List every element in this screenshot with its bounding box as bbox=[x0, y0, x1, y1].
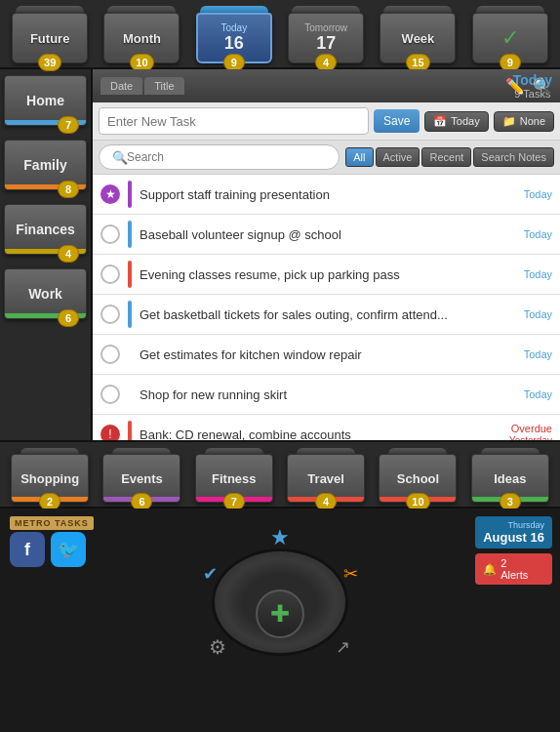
folder-check[interactable]: ✓ 9 bbox=[466, 6, 554, 63]
task-circle bbox=[100, 305, 120, 324]
task-text: Bank: CD renewal, combine accounts bbox=[140, 427, 501, 441]
sidebar-home-label: Home bbox=[26, 93, 64, 108]
new-task-bar: Save 📅 Today 📁 None bbox=[93, 102, 560, 141]
sidebar-folder-work[interactable]: Work 6 bbox=[4, 268, 87, 319]
add-task-button[interactable]: ✚ bbox=[256, 590, 304, 638]
sidebar-folder-finances[interactable]: Finances 4 bbox=[4, 204, 87, 255]
alerts-label: Alerts bbox=[500, 569, 528, 581]
bottom-folder-ideas-label: Ideas bbox=[494, 471, 526, 486]
info-section: Thursday August 16 🔔 2 Alerts bbox=[475, 516, 552, 585]
edit-icon[interactable]: ✏️ bbox=[505, 77, 525, 96]
alerts-badge[interactable]: 🔔 2 Alerts bbox=[475, 553, 552, 585]
folder-future[interactable]: Future 39 bbox=[6, 6, 94, 63]
save-button[interactable]: Save bbox=[374, 109, 420, 133]
new-task-input[interactable] bbox=[99, 107, 369, 135]
bottom-folder-ideas[interactable]: Ideas 3 bbox=[467, 448, 553, 503]
bottom-folder-shopping[interactable]: Shopping 2 bbox=[7, 448, 93, 503]
search-glass-icon: 🔍 bbox=[112, 150, 128, 165]
date-day: Thursday bbox=[483, 520, 544, 530]
task-panel-header: Date Title Today 9 Tasks ✏️ 🔍 bbox=[93, 69, 560, 102]
bottom-folder-travel[interactable]: Travel 4 bbox=[283, 448, 369, 503]
task-row[interactable]: ! Bank: CD renewal, combine accounts Ove… bbox=[93, 415, 560, 440]
folder-today[interactable]: Today 16 9 bbox=[190, 6, 278, 63]
task-text: Support staff training presentation bbox=[140, 187, 516, 202]
facebook-icon: f bbox=[24, 540, 30, 560]
bottom-toolbar: METRO TASKS f 🐦 ★ ✂ ✔ ⚙ ↗ ✚ bbox=[0, 508, 560, 663]
task-panel: Date Title Today 9 Tasks ✏️ 🔍 Save 📅 Tod… bbox=[93, 69, 560, 440]
sidebar-work-count: 6 bbox=[58, 309, 79, 327]
bottom-folder-events-label: Events bbox=[121, 471, 163, 486]
complete-button[interactable]: ✔ bbox=[192, 556, 227, 591]
task-row[interactable]: Get basketball tickets for sales outing,… bbox=[93, 295, 560, 335]
scissors-button[interactable]: ✂ bbox=[333, 556, 368, 591]
share-icon: ↗ bbox=[336, 636, 350, 658]
check-icon: ✓ bbox=[501, 25, 519, 51]
top-folder-row: Future 39 Month 10 Today 16 9 Tomorrow 1… bbox=[0, 0, 560, 69]
star-icon: ★ bbox=[270, 525, 290, 550]
task-error-circle: ! bbox=[100, 425, 120, 440]
task-circle bbox=[100, 224, 120, 244]
folder-tomorrow[interactable]: Tomorrow 17 4 bbox=[282, 6, 370, 63]
bottom-folder-school-label: School bbox=[397, 471, 439, 486]
today-button[interactable]: 📅 Today bbox=[424, 111, 488, 132]
filter-recent[interactable]: Recent bbox=[421, 147, 471, 167]
sidebar-folder-home[interactable]: Home 7 bbox=[4, 75, 87, 126]
task-row[interactable]: ★ Support staff training presentation To… bbox=[93, 175, 560, 215]
task-color-bar bbox=[128, 261, 132, 288]
folder-week[interactable]: Week 15 bbox=[374, 6, 461, 63]
task-row[interactable]: Baseball volunteer signup @ school Today bbox=[93, 215, 560, 255]
filter-active[interactable]: Active bbox=[376, 147, 420, 167]
bottom-folder-school[interactable]: School 10 bbox=[375, 448, 460, 503]
task-date: Today bbox=[524, 348, 552, 360]
folder-today-date: 16 bbox=[224, 33, 244, 54]
facebook-button[interactable]: f bbox=[10, 532, 45, 567]
bottom-folder-row: Shopping 2 Events 6 Fitness 7 Travel 4 S… bbox=[0, 440, 560, 508]
task-date: Today bbox=[524, 268, 552, 280]
sidebar-finances-label: Finances bbox=[16, 222, 75, 237]
tab-title[interactable]: Title bbox=[144, 77, 183, 95]
sidebar-family-count: 8 bbox=[58, 181, 79, 198]
folder-month-label: Month bbox=[123, 31, 161, 46]
task-color-bar bbox=[128, 181, 132, 208]
task-color-bar bbox=[128, 221, 132, 248]
none-button[interactable]: 📁 None bbox=[494, 111, 554, 132]
share-button[interactable]: ↗ bbox=[325, 630, 360, 663]
task-list: ★ Support staff training presentation To… bbox=[93, 175, 560, 440]
task-text: Evening classes resume, pick up parking … bbox=[140, 267, 516, 282]
left-sidebar: Home 7 Family 8 Finances 4 Work 6 bbox=[0, 69, 93, 440]
checkmark-circle-icon: ✔ bbox=[203, 563, 218, 585]
task-priority-circle: ★ bbox=[100, 184, 120, 204]
sidebar-finances-count: 4 bbox=[58, 245, 79, 263]
tab-date[interactable]: Date bbox=[100, 77, 142, 95]
filter-search-notes[interactable]: Search Notes bbox=[473, 147, 554, 167]
bell-icon: 🔔 bbox=[483, 563, 497, 576]
star-button[interactable]: ★ bbox=[262, 520, 298, 555]
settings-button[interactable]: ⚙ bbox=[200, 630, 235, 663]
sidebar-folder-family[interactable]: Family 8 bbox=[4, 140, 87, 190]
bottom-folder-events[interactable]: Events 6 bbox=[99, 448, 184, 503]
metro-label: METRO TASKS bbox=[10, 516, 94, 530]
folder-month[interactable]: Month 10 bbox=[98, 6, 185, 63]
sidebar-home-count: 7 bbox=[58, 116, 79, 134]
search-input[interactable] bbox=[99, 144, 340, 170]
gear-icon: ⚙ bbox=[209, 635, 226, 659]
folder-tomorrow-date: 17 bbox=[316, 33, 336, 54]
scissors-icon: ✂ bbox=[343, 563, 358, 585]
task-text: Get basketball tickets for sales outing,… bbox=[140, 307, 516, 322]
calendar-icon: 📅 bbox=[433, 115, 447, 128]
bottom-folder-fitness-label: Fitness bbox=[212, 471, 257, 486]
bottom-folder-fitness[interactable]: Fitness 7 bbox=[191, 448, 277, 503]
filter-buttons: All Active Recent Search Notes bbox=[345, 147, 554, 167]
search-icon[interactable]: 🔍 bbox=[533, 77, 552, 96]
folder-future-count: 39 bbox=[38, 54, 61, 71]
date-info-badge[interactable]: Thursday August 16 bbox=[475, 516, 552, 549]
bottom-folder-travel-label: Travel bbox=[307, 471, 344, 486]
filter-all[interactable]: All bbox=[345, 147, 373, 167]
task-row[interactable]: Evening classes resume, pick up parking … bbox=[93, 255, 560, 295]
task-date: Today bbox=[524, 308, 552, 320]
task-row[interactable]: Get estimates for kitchen window repair … bbox=[93, 335, 560, 375]
search-input-wrap: 🔍 bbox=[99, 144, 340, 170]
task-row[interactable]: Shop for new running skirt Today bbox=[93, 375, 560, 415]
twitter-button[interactable]: 🐦 bbox=[51, 532, 86, 567]
task-color-bar bbox=[128, 421, 132, 440]
